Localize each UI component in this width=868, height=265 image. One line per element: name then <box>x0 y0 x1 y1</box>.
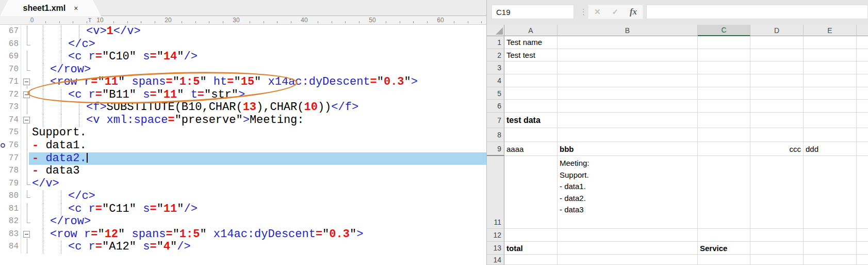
row-header-1[interactable]: 1 <box>487 36 504 49</box>
insert-function-icon[interactable]: fx <box>630 7 637 17</box>
code-line-84[interactable]: 84<c r="A12" s="4"/> <box>0 241 486 254</box>
row-header-14[interactable]: 14 <box>487 255 504 265</box>
name-box[interactable]: C19 <box>492 5 574 19</box>
select-all-corner[interactable] <box>487 25 504 36</box>
cell-C7[interactable] <box>698 113 750 128</box>
code-text-79[interactable]: </v> <box>29 178 486 191</box>
cell-D11[interactable] <box>750 156 804 229</box>
code-text-77[interactable]: - data2. <box>29 152 486 165</box>
code-area[interactable]: 67<v>1</v>68</c>69<c r="C10" s="14"/>70<… <box>0 25 486 265</box>
code-text-74[interactable]: <v xml:space="preserve">Meeting: <box>29 114 486 127</box>
cell-D13[interactable] <box>750 242 804 255</box>
code-text-81[interactable]: <c r="C11" s="11"/> <box>29 203 486 216</box>
cell-B2[interactable] <box>558 49 698 62</box>
cell-F3[interactable] <box>857 61 868 74</box>
cell-D6[interactable] <box>750 100 804 113</box>
cell-F8[interactable] <box>857 128 868 142</box>
code-line-70[interactable]: 70</row> <box>0 64 486 76</box>
cell-A6[interactable] <box>504 100 558 113</box>
tab-close-icon[interactable]: × <box>74 4 78 12</box>
cell-E12[interactable] <box>804 229 857 242</box>
cell-F5[interactable] <box>857 87 868 100</box>
cell-B8[interactable] <box>558 128 698 142</box>
code-text-70[interactable]: </row> <box>29 64 486 76</box>
row-header-12[interactable]: 12 <box>487 229 504 242</box>
cell-E13[interactable] <box>804 242 857 255</box>
code-line-71[interactable]: 71<row r="11" spans="1:5" ht="15" x14ac:… <box>0 76 486 89</box>
code-line-68[interactable]: 68</c> <box>0 38 486 51</box>
cell-C9[interactable] <box>698 142 750 156</box>
code-line-78[interactable]: 78- data3 <box>0 165 486 178</box>
code-line-77[interactable]: 77- data2. <box>0 152 486 165</box>
cancel-icon[interactable]: ✕ <box>594 7 601 17</box>
col-header-C[interactable]: C <box>698 25 750 36</box>
cell-B4[interactable] <box>558 74 698 87</box>
code-text-73[interactable]: <f>SUBSTITUTE(B10,CHAR(13),CHAR(10))</f> <box>29 101 486 114</box>
cell-A11[interactable] <box>504 156 558 229</box>
cell-B6[interactable] <box>558 100 698 113</box>
cell-D2[interactable] <box>750 49 804 62</box>
cell-A13[interactable]: total <box>504 242 558 255</box>
cell-F13[interactable] <box>857 242 868 255</box>
cell-D5[interactable] <box>750 87 804 100</box>
cell-C4[interactable] <box>698 74 750 87</box>
row-header-3[interactable]: 3 <box>487 61 504 74</box>
code-text-72[interactable]: <c r="B11" s="11" t="str"> <box>29 89 486 102</box>
cell-E5[interactable] <box>804 87 857 100</box>
cell-D8[interactable] <box>750 128 804 142</box>
cell-D7[interactable] <box>750 113 804 128</box>
code-line-83[interactable]: 83<row r="12" spans="1:5" x14ac:dyDescen… <box>0 228 486 241</box>
cell-E3[interactable] <box>804 61 857 74</box>
cell-F12[interactable] <box>857 229 868 242</box>
code-text-80[interactable]: </c> <box>29 190 486 203</box>
code-line-72[interactable]: 72<c r="B11" s="11" t="str"> <box>0 89 486 102</box>
cell-E9[interactable]: ddd <box>804 142 857 156</box>
cell-C14[interactable] <box>698 255 750 265</box>
cell-C1[interactable] <box>698 36 750 49</box>
cell-F2[interactable] <box>857 49 868 62</box>
cell-D9[interactable]: ccc <box>750 142 804 156</box>
row-header-5[interactable]: 5 <box>487 87 504 100</box>
cell-A14[interactable] <box>504 255 558 265</box>
cell-F9[interactable] <box>857 142 868 156</box>
cell-B1[interactable] <box>558 36 698 49</box>
code-line-76[interactable]: 76- data1. <box>0 139 486 152</box>
cell-C6[interactable] <box>698 100 750 113</box>
code-text-82[interactable]: </row> <box>29 215 486 228</box>
cell-C2[interactable] <box>698 49 750 62</box>
cell-C13[interactable]: Service <box>698 242 750 255</box>
cell-E6[interactable] <box>804 100 857 113</box>
cell-D3[interactable] <box>750 61 804 74</box>
code-line-75[interactable]: 75Support. <box>0 127 486 139</box>
cell-B13[interactable] <box>558 242 698 255</box>
cell-A4[interactable] <box>504 74 558 87</box>
cell-B14[interactable] <box>558 255 698 265</box>
col-header-A[interactable]: A <box>504 25 558 36</box>
cell-A3[interactable] <box>504 61 558 74</box>
cell-E7[interactable] <box>804 113 857 128</box>
row-header-6[interactable]: 6 <box>487 100 504 113</box>
cell-B7[interactable] <box>558 113 698 128</box>
col-header-B[interactable]: B <box>558 25 698 36</box>
cell-F6[interactable] <box>857 100 868 113</box>
cell-B5[interactable] <box>558 87 698 100</box>
row-header-2[interactable]: 2 <box>487 49 504 62</box>
code-line-69[interactable]: 69<c r="C10" s="14"/> <box>0 51 486 64</box>
cell-E4[interactable] <box>804 74 857 87</box>
code-text-75[interactable]: Support. <box>29 127 486 139</box>
col-header-F-partial[interactable] <box>857 25 868 36</box>
cell-C3[interactable] <box>698 61 750 74</box>
cell-E1[interactable] <box>804 36 857 49</box>
cell-A5[interactable] <box>504 87 558 100</box>
code-line-79[interactable]: 79</v> <box>0 178 486 191</box>
row-header-9[interactable]: 9 <box>487 142 504 156</box>
cell-F14[interactable] <box>857 255 868 265</box>
code-text-78[interactable]: - data3 <box>29 165 486 178</box>
row-header-13[interactable]: 13 <box>487 242 504 255</box>
cell-A1[interactable]: Test name <box>504 36 558 49</box>
cell-D4[interactable] <box>750 74 804 87</box>
code-text-68[interactable]: </c> <box>29 38 486 51</box>
code-text-67[interactable]: <v>1</v> <box>29 25 486 38</box>
cell-C5[interactable] <box>698 87 750 100</box>
code-line-73[interactable]: 73<f>SUBSTITUTE(B10,CHAR(13),CHAR(10))</… <box>0 101 486 114</box>
